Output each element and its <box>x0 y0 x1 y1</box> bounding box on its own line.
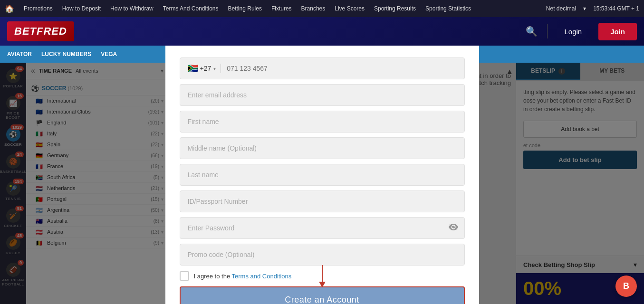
subnav-lucky-numbers[interactable]: LUCKY NUMBERS <box>41 51 91 57</box>
last-name-group <box>180 164 465 186</box>
join-button[interactable]: Join <box>598 23 637 40</box>
eye-icon[interactable] <box>449 224 458 232</box>
support-label: B <box>623 281 629 291</box>
subnav-aviator[interactable]: AVIATOR <box>7 51 32 57</box>
chevron-down-icon[interactable]: ▾ <box>583 5 586 12</box>
email-group <box>180 84 465 106</box>
support-bubble[interactable]: B <box>615 276 637 297</box>
modal-overlay: 🇿🇦 +27 ▾ <box>0 63 644 304</box>
top-nav-right: Net decimal ▾ 15:53:44 GMT + 1 <box>546 5 639 12</box>
phone-code: +27 <box>200 65 211 72</box>
nav-fixtures[interactable]: Fixtures <box>271 5 292 12</box>
search-icon[interactable]: 🔍 <box>526 26 538 37</box>
top-navigation: 🏠 Promotions How to Deposit How to Withd… <box>0 0 644 17</box>
promo-code-field[interactable] <box>180 244 465 266</box>
phone-flag: 🇿🇦 <box>188 63 198 74</box>
phone-number-input[interactable] <box>227 58 456 79</box>
main-content: 94 ⭐ POPULAR 16 📈 PRICE BOOST 1029 ⚽ SOC… <box>0 63 644 304</box>
middle-name-field[interactable] <box>180 137 465 159</box>
header-divider <box>547 24 548 38</box>
nav-live-scores[interactable]: Live Scores <box>335 5 365 12</box>
site-header: BETFRED 🔍 Login Join <box>0 17 644 46</box>
last-name-field[interactable] <box>180 164 465 186</box>
nav-promotions[interactable]: Promotions <box>24 5 53 12</box>
nav-betting-rules[interactable]: Betting Rules <box>228 5 262 12</box>
middle-name-group <box>180 137 465 159</box>
terms-text: I agree to the Terms and Conditions <box>194 273 292 280</box>
arrow-line <box>322 265 323 282</box>
red-arrow-annotation <box>319 265 326 287</box>
create-account-container: Create an Account <box>180 286 465 304</box>
betfred-logo: BETFRED <box>7 21 74 41</box>
phone-dropdown-arrow-icon[interactable]: ▾ <box>213 66 216 71</box>
id-passport-group <box>180 190 465 212</box>
email-field[interactable] <box>180 84 465 106</box>
registration-modal: 🇿🇦 +27 ▾ <box>165 46 479 304</box>
nav-terms[interactable]: Terms And Conditions <box>163 5 219 12</box>
terms-checkbox[interactable] <box>180 271 189 281</box>
home-icon[interactable]: 🏠 <box>5 4 14 13</box>
first-name-group <box>180 111 465 133</box>
nav-deposit[interactable]: How to Deposit <box>62 5 101 12</box>
terms-link[interactable]: Terms and Conditions <box>232 273 292 280</box>
current-time: 15:53:44 GMT + 1 <box>593 5 639 12</box>
nav-branches[interactable]: Branches <box>301 5 326 12</box>
id-passport-field[interactable] <box>180 190 465 212</box>
first-name-field[interactable] <box>180 111 465 133</box>
password-field[interactable] <box>180 217 465 239</box>
subnav-vega[interactable]: VEGA <box>101 51 117 57</box>
arrow-head <box>319 282 326 287</box>
nav-sporting-results[interactable]: Sporting Results <box>374 5 416 12</box>
nav-withdraw[interactable]: How to Withdraw <box>110 5 154 12</box>
login-button[interactable]: Login <box>557 24 589 39</box>
password-group <box>180 217 465 239</box>
odds-format[interactable]: Net decimal <box>546 5 576 12</box>
nav-sporting-statistics[interactable]: Sporting Statistics <box>425 5 471 12</box>
promo-code-group <box>180 244 465 266</box>
create-account-button[interactable]: Create an Account <box>180 286 465 304</box>
phone-row: 🇿🇦 +27 ▾ <box>180 57 465 79</box>
phone-divider <box>221 64 221 73</box>
